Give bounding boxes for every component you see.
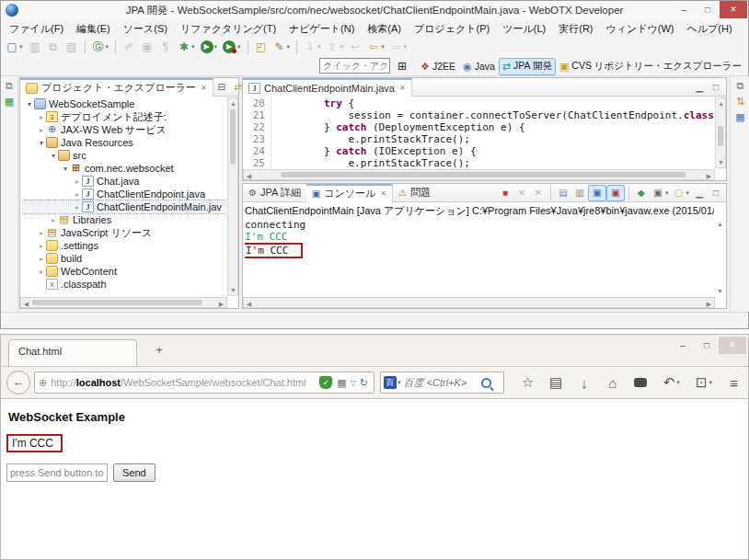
- close-editor-icon[interactable]: ✕: [399, 84, 406, 92]
- remove-launch-icon[interactable]: ✕: [513, 185, 530, 201]
- run-icon[interactable]: ▶▾: [198, 38, 221, 56]
- tree-item-3[interactable]: ▾Java Resources: [21, 136, 226, 149]
- editor-vertical-scrollbar[interactable]: ▲▼: [715, 97, 726, 168]
- close-view-icon[interactable]: ✕: [380, 189, 386, 198]
- tree-item-7[interactable]: ▸JChatClientEndpoint.java: [21, 188, 226, 200]
- synchronize-shortcut-icon[interactable]: ⇅: [734, 94, 747, 109]
- explorer-vertical-scrollbar[interactable]: ▲▼: [227, 97, 238, 296]
- tree-expand-arrow[interactable]: ▸: [37, 113, 46, 121]
- open-console-icon[interactable]: ▢▾: [670, 185, 691, 201]
- maximize-view-icon[interactable]: □: [708, 79, 724, 96]
- webotx-tool-icon[interactable]: Ⓖ▾: [89, 38, 112, 56]
- tab-problems[interactable]: ⚠問題: [393, 184, 436, 202]
- dropdown-arrow-icon[interactable]: ▾: [317, 43, 321, 51]
- dropdown-arrow-icon[interactable]: ▾: [106, 43, 109, 51]
- feedback-bubble-icon[interactable]: [631, 373, 650, 392]
- shield-safe-icon[interactable]: ✓: [319, 376, 332, 389]
- home-icon[interactable]: ⌂: [604, 373, 622, 392]
- tree-item-9[interactable]: ▸▤Libraries: [21, 213, 226, 226]
- collapse-all-icon[interactable]: ⊟: [213, 79, 230, 96]
- dropdown-arrow-icon[interactable]: ▾: [19, 43, 23, 51]
- tree-item-10[interactable]: ▸▤JavaScript リソース: [21, 226, 226, 239]
- downloads-icon[interactable]: ↓: [575, 373, 593, 392]
- close-view-icon[interactable]: ✕: [201, 84, 207, 92]
- code-area[interactable]: 20 try {21 session = container.connectTo…: [244, 97, 714, 168]
- menu-item-2[interactable]: ソース(S): [117, 19, 174, 39]
- tree-expand-arrow[interactable]: ▸: [37, 126, 46, 134]
- tree-item-14[interactable]: x.classpath: [21, 278, 226, 291]
- url-dropdown-icon[interactable]: ▽: [351, 379, 356, 387]
- new-tab-button[interactable]: +: [148, 344, 170, 360]
- qr-extension-icon[interactable]: ▦: [337, 377, 346, 389]
- tree-expand-arrow[interactable]: ▸: [73, 190, 82, 199]
- browser-tab[interactable]: Chat.html: [8, 339, 137, 366]
- debug-icon[interactable]: ✱▾: [175, 38, 198, 56]
- new-wizard-icon[interactable]: ▢▾: [3, 38, 26, 56]
- perspective-button-3[interactable]: ▣CVS リポジトリー・エクスプローラー: [556, 58, 745, 75]
- tree-expand-arrow[interactable]: ▸: [37, 255, 46, 263]
- engine-dropdown-arrow[interactable]: ▾: [398, 379, 401, 386]
- scroll-lock-icon[interactable]: ▥: [571, 185, 588, 201]
- pin-console-icon[interactable]: ◆: [633, 185, 650, 201]
- tree-item-5[interactable]: ▾⊞com.nec.websocket: [21, 162, 226, 175]
- browser-close-button[interactable]: ✕: [719, 337, 746, 354]
- open-perspective-icon[interactable]: ⊞: [395, 57, 409, 75]
- dropdown-arrow-icon[interactable]: ▾: [287, 43, 291, 51]
- tree-item-8[interactable]: ▸JChatClientEndpointMain.jav: [21, 200, 226, 213]
- coverage-icon[interactable]: ▶▾: [220, 38, 244, 56]
- tree-expand-arrow[interactable]: ▸: [37, 229, 46, 237]
- tree-expand-arrow[interactable]: ▸: [49, 216, 58, 224]
- dropdown-arrow-icon[interactable]: ▾: [237, 43, 241, 51]
- restore-minimized-view-icon[interactable]: ⧉: [3, 78, 16, 94]
- menu-item-4[interactable]: ナビゲート(N): [282, 19, 361, 39]
- dropdown-arrow-icon[interactable]: ▾: [340, 43, 344, 51]
- menu-item-5[interactable]: 検索(A): [361, 19, 408, 39]
- tree-item-13[interactable]: ▸WebContent: [21, 265, 226, 278]
- tree-item-0[interactable]: ▾WebSocketSample: [21, 97, 226, 110]
- menu-item-7[interactable]: ツール(L): [496, 19, 552, 39]
- sync-history-icon[interactable]: ↶▾: [660, 373, 683, 392]
- console-horizontal-scrollbar[interactable]: ◀▶: [243, 297, 715, 308]
- console-vertical-scrollbar[interactable]: ▲▼: [715, 219, 726, 296]
- reload-icon[interactable]: ↻: [360, 377, 368, 389]
- bookmark-star-icon[interactable]: ☆: [518, 373, 536, 392]
- perspective-button-1[interactable]: ◉Java: [459, 58, 499, 75]
- open-menu-icon[interactable]: ≡: [725, 373, 743, 392]
- clear-console-icon[interactable]: ▤: [555, 185, 571, 201]
- maximize-button[interactable]: □: [696, 1, 720, 18]
- menu-item-9[interactable]: ウィンドウ(W): [600, 19, 681, 39]
- tree-expand-arrow[interactable]: ▾: [37, 139, 46, 147]
- dropdown-arrow-icon[interactable]: ▾: [191, 43, 195, 51]
- search-input[interactable]: [404, 377, 481, 388]
- minimize-button[interactable]: –: [672, 1, 696, 18]
- maximize-view-icon[interactable]: □: [708, 185, 724, 201]
- terminate-icon[interactable]: ■: [497, 185, 513, 201]
- tree-expand-arrow[interactable]: ▾: [49, 152, 58, 160]
- tree-expand-arrow[interactable]: ▾: [61, 165, 70, 173]
- remove-all-launches-icon[interactable]: ✕: [530, 185, 547, 201]
- display-selected-console-icon[interactable]: ▣▾: [650, 185, 671, 201]
- tree-item-4[interactable]: ▾src: [21, 149, 226, 162]
- tree-item-12[interactable]: ▸build: [21, 252, 226, 265]
- tree-item-2[interactable]: ▸⊕JAX-WS Web サービス: [21, 123, 226, 136]
- tree-expand-arrow[interactable]: ▸: [73, 177, 82, 186]
- show-stdout-when-changed-icon[interactable]: ▣: [588, 185, 606, 201]
- tree-item-11[interactable]: ▸.settings: [21, 239, 226, 252]
- tree-expand-arrow[interactable]: ▸: [37, 268, 46, 276]
- browser-maximize-button[interactable]: □: [695, 337, 719, 354]
- dropdown-arrow-icon[interactable]: ▾: [404, 43, 408, 51]
- bookmarks-menu-icon[interactable]: ▤: [547, 373, 565, 392]
- explorer-horizontal-scrollbar[interactable]: ◀▶: [20, 297, 227, 308]
- minimize-view-icon[interactable]: ▁: [691, 79, 708, 96]
- back-button[interactable]: ←: [6, 371, 30, 394]
- tree-expand-arrow[interactable]: ▾: [25, 100, 34, 109]
- dropdown-arrow-icon[interactable]: ▾: [665, 189, 669, 197]
- menu-item-1[interactable]: 編集(E): [70, 19, 117, 39]
- dropdown-arrow-icon[interactable]: ▾: [709, 379, 712, 386]
- screenshot-tool-icon[interactable]: ⊡▾: [692, 373, 715, 392]
- open-file-icon[interactable]: ◰: [252, 38, 271, 56]
- close-button[interactable]: ✕: [720, 1, 747, 18]
- tab-jpa-details[interactable]: ⚙JPA 詳細: [243, 184, 306, 202]
- perspective-button-2[interactable]: ⇄JPA 開発: [499, 58, 556, 75]
- menu-item-10[interactable]: ヘルプ(H): [681, 19, 739, 39]
